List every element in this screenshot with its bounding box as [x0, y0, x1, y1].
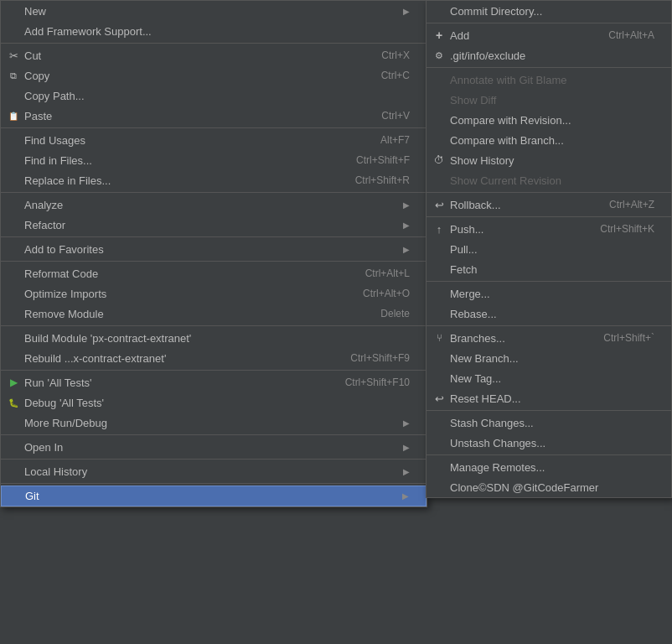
git-menu-item-reset-head[interactable]: ↩Reset HEAD...	[426, 388, 671, 408]
menu-item-shortcut: Ctrl+Shift+R	[355, 174, 410, 186]
menu-item-label: Local History	[24, 465, 403, 478]
menu-item-shortcut: Ctrl+Alt+O	[363, 288, 410, 299]
git-menu-item-label: Push...	[450, 223, 575, 236]
git-menu-item-fetch[interactable]: Fetch	[426, 259, 671, 279]
git-menu-item-shortcut: Ctrl+Alt+A	[608, 29, 654, 41]
menu-item-optimize-imports[interactable]: Optimize ImportsCtrl+Alt+O	[1, 283, 426, 304]
menu-item-find-in-files[interactable]: Find in Files...Ctrl+Shift+F	[1, 150, 426, 170]
git-menu-item-label: Compare with Revision...	[450, 114, 654, 127]
git-menu-item-compare-revision[interactable]: Compare with Revision...	[426, 110, 671, 130]
git-menu-item-label: Rebase...	[450, 308, 654, 320]
git-menu-item-label: Show History	[450, 154, 654, 167]
menu-item-label: Build Module 'px-contract-extranet'	[24, 332, 410, 345]
git-menu-item-add[interactable]: +AddCtrl+Alt+A	[426, 25, 671, 45]
menu-item-local-history[interactable]: Local History ▶	[1, 461, 426, 481]
git-menu-item-rollback[interactable]: ↩Rollback...Ctrl+Alt+Z	[426, 195, 671, 215]
submenu-arrow-icon: ▶	[403, 467, 410, 476]
menu-item-remove-module[interactable]: Remove ModuleDelete	[1, 304, 426, 324]
git-menu-item-merge[interactable]: Merge...	[426, 283, 671, 304]
submenu-arrow-icon: ▶	[402, 491, 409, 501]
debug-icon: 🐛	[6, 398, 21, 408]
git-menu-item-new-branch[interactable]: New Branch...	[426, 348, 671, 368]
menu-item-debug-tests[interactable]: 🐛Debug 'All Tests'	[1, 392, 426, 413]
menu-item-shortcut: Ctrl+C	[381, 70, 410, 81]
git-menu-item-label: .git/info/exclude	[450, 49, 654, 62]
menu-separator	[1, 370, 426, 371]
rollback-icon: ↩	[432, 199, 447, 211]
git-menu-item-shortcut: Ctrl+Alt+Z	[609, 199, 654, 210]
menu-item-label: More Run/Debug	[24, 417, 403, 429]
git-menu-item-label: Annotate with Git Blame	[450, 74, 654, 86]
menu-item-label: Open In	[24, 441, 403, 454]
menu-item-label: New	[24, 5, 403, 18]
git-menu-item-compare-branch[interactable]: Compare with Branch...	[426, 130, 671, 150]
menu-item-reformat-code[interactable]: Reformat CodeCtrl+Alt+L	[1, 263, 426, 283]
menu-item-copy[interactable]: ⧉CopyCtrl+C	[1, 65, 426, 86]
submenu-arrow-icon: ▶	[403, 418, 410, 428]
menu-item-paste[interactable]: 📋PasteCtrl+V	[1, 106, 426, 126]
menu-item-add-to-favorites[interactable]: Add to Favorites ▶	[1, 239, 426, 259]
git-menu-separator	[426, 23, 671, 23]
git-menu-item-label: Reset HEAD...	[450, 392, 654, 405]
menu-item-label: Optimize Imports	[24, 288, 338, 300]
menu-item-shortcut: Ctrl+X	[381, 49, 410, 61]
git-menu-separator	[426, 216, 671, 217]
menu-item-label: Find Usages	[24, 134, 355, 147]
menu-item-run-tests[interactable]: ▶Run 'All Tests'Ctrl+Shift+F10	[1, 372, 426, 392]
menu-item-label: Replace in Files...	[24, 174, 330, 187]
submenu-arrow-icon: ▶	[403, 200, 410, 210]
git-menu-item-unstash-changes[interactable]: Unstash Changes...	[426, 433, 671, 453]
menu-item-label: Find in Files...	[24, 154, 331, 167]
git-menu-item-show-diff: Show Diff	[426, 90, 671, 110]
git-menu-item-manage-remotes[interactable]: Manage Remotes...	[426, 457, 671, 477]
git-menu-item-label: Manage Remotes...	[450, 461, 654, 474]
git-menu-item-label: Pull...	[450, 243, 654, 256]
git-menu-item-show-history[interactable]: ⏱Show History	[426, 150, 671, 170]
git-menu-separator	[426, 67, 671, 68]
gitexclude-icon: ⚙	[432, 50, 447, 61]
reset-icon: ↩	[432, 392, 447, 405]
menu-item-shortcut: Delete	[380, 308, 410, 319]
git-menu-item-branches[interactable]: ⑂Branches...Ctrl+Shift+`	[426, 328, 671, 348]
menu-item-label: Copy Path...	[24, 90, 410, 102]
git-menu-item-label: Add	[450, 29, 583, 42]
git-menu-item-new-tag[interactable]: New Tag...	[426, 368, 671, 388]
push-icon: ↑	[432, 223, 447, 236]
git-menu-item-clone[interactable]: Clone©SDN @GitCodeFarmer	[426, 477, 671, 497]
git-menu-item-push[interactable]: ↑Push...Ctrl+Shift+K	[426, 219, 671, 239]
git-menu-item-label: New Tag...	[450, 372, 654, 385]
git-menu-item-commit-dir[interactable]: Commit Directory...	[426, 1, 671, 21]
menu-item-copy-path[interactable]: Copy Path...	[1, 86, 426, 106]
menu-item-find-usages[interactable]: Find UsagesAlt+F7	[1, 130, 426, 150]
git-menu-item-rebase[interactable]: Rebase...	[426, 304, 671, 324]
menu-item-cut[interactable]: ✂CutCtrl+X	[1, 45, 426, 65]
submenu-arrow-icon: ▶	[403, 443, 410, 452]
menu-item-shortcut: Ctrl+V	[381, 110, 410, 122]
git-menu-item-stash-changes[interactable]: Stash Changes...	[426, 413, 671, 433]
menu-item-new[interactable]: New ▶	[1, 1, 426, 21]
menu-item-build-module[interactable]: Build Module 'px-contract-extranet'	[1, 328, 426, 348]
menu-separator	[1, 459, 426, 460]
menu-item-refactor[interactable]: Refactor ▶	[1, 215, 426, 235]
menu-item-git[interactable]: Git ▶	[1, 486, 426, 506]
menu-item-open-in[interactable]: Open In ▶	[1, 437, 426, 457]
menu-separator	[1, 325, 426, 326]
menu-item-add-framework[interactable]: Add Framework Support...	[1, 21, 426, 41]
menu-item-more-run[interactable]: More Run/Debug ▶	[1, 413, 426, 433]
menu-separator	[1, 434, 426, 435]
git-menu-separator	[426, 325, 671, 326]
git-menu-item-annotate-blame: Annotate with Git Blame	[426, 70, 671, 90]
menu-item-label: Paste	[24, 110, 356, 122]
menu-item-analyze[interactable]: Analyze ▶	[1, 195, 426, 215]
git-menu-item-label: Stash Changes...	[450, 417, 654, 429]
git-menu-item-pull[interactable]: Pull...	[426, 239, 671, 259]
menu-item-shortcut: Ctrl+Shift+F9	[350, 352, 410, 364]
git-menu-item-label: Commit Directory...	[450, 5, 654, 18]
menu-item-shortcut: Ctrl+Shift+F10	[345, 377, 410, 388]
git-menu-item-label: Show Diff	[450, 94, 654, 106]
add-icon: +	[432, 29, 447, 42]
menu-item-label: Rebuild ...x-contract-extranet'	[24, 352, 325, 365]
menu-item-replace-in-files[interactable]: Replace in Files...Ctrl+Shift+R	[1, 170, 426, 190]
menu-item-rebuild-module[interactable]: Rebuild ...x-contract-extranet'Ctrl+Shif…	[1, 348, 426, 368]
git-menu-item-git-exclude[interactable]: ⚙.git/info/exclude	[426, 45, 671, 65]
